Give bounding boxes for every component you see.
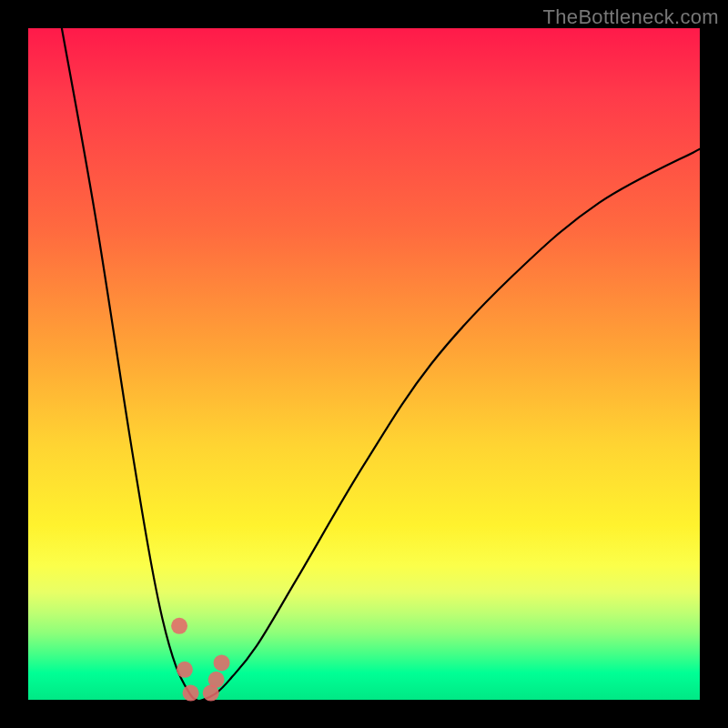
chart-frame: TheBottleneck.com [0,0,728,728]
plot-area [28,28,700,700]
bottleneck-curve [62,28,700,701]
marker-left-upper [171,618,187,634]
marker-left-lower [177,662,193,678]
marker-right-upper [214,654,230,671]
curve-layer [28,28,700,700]
marker-min-left [183,685,199,702]
marker-right-lower [208,672,225,688]
watermark-text: TheBottleneck.com [543,5,719,29]
